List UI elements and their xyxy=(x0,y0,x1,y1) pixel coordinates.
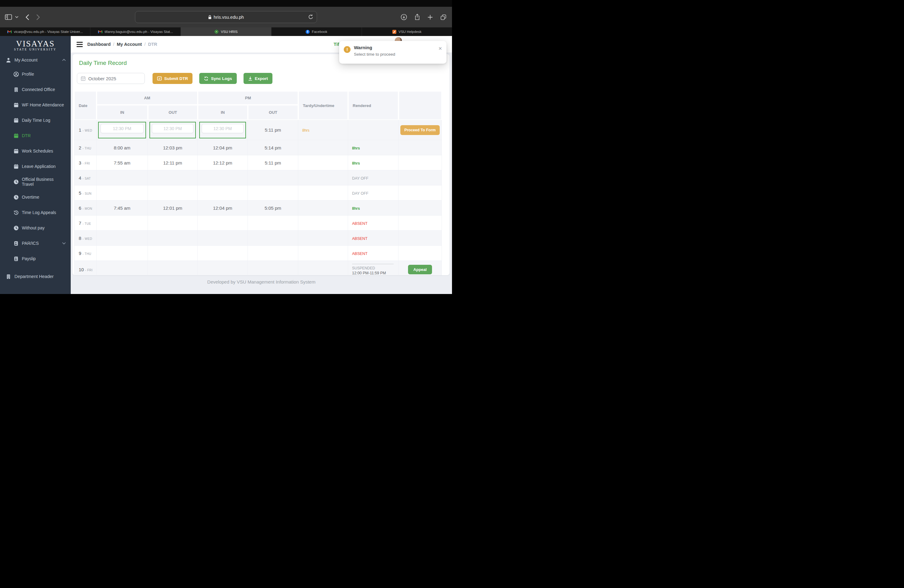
sidebar-item-official-business-travel[interactable]: Official Business Travel xyxy=(0,174,71,190)
rendered-cell xyxy=(348,120,398,140)
col-header-pm: PM xyxy=(198,91,298,105)
browser-window: hris.vsu.edu.ph xyxy=(0,0,452,294)
new-tab-icon[interactable] xyxy=(427,14,433,20)
tardy-cell xyxy=(298,171,348,185)
back-button-icon[interactable] xyxy=(25,14,29,20)
pm-out-cell: 5:14 pm xyxy=(248,140,298,155)
action-cell: Proceed To Form xyxy=(398,120,442,140)
sidebar-item-label: Official Business Travel xyxy=(22,177,66,187)
building-icon xyxy=(14,87,19,92)
sidebar-item-payslip[interactable]: Payslip xyxy=(0,251,71,266)
sidebar-item-dtr[interactable]: DTR xyxy=(0,128,71,143)
tab-label: Facebook xyxy=(312,30,327,33)
sidebar-item-without-pay[interactable]: Without pay xyxy=(0,220,71,236)
sidebar-dropdown-chevron-icon[interactable] xyxy=(15,16,19,18)
rendered-dayoff: DAY OFF xyxy=(352,191,368,196)
sidebar-item-work-schedules[interactable]: Work Schedules xyxy=(0,143,71,159)
tab-label: vicarp@vsu.edu.ph - Visayas State Univer… xyxy=(14,30,83,33)
sidebar-item-wf-home-attendance[interactable]: WF Home Attendance xyxy=(0,97,71,112)
am-out-cell xyxy=(148,246,198,261)
table-row-day-6: 6 - MON7:45 am12:01 pm12:04 pm5:05 pm8hr… xyxy=(74,201,442,216)
time-input-pm-in[interactable]: 12:30 PM xyxy=(202,124,243,133)
tardy-cell xyxy=(298,246,348,261)
main-area: Dashboard/My Account/DTR Tifann Daily Ti… xyxy=(71,36,452,294)
history-icon xyxy=(14,210,19,215)
col-header-pm-in: IN xyxy=(198,105,248,120)
reload-icon[interactable] xyxy=(308,14,313,20)
rendered-cell: SUSPENDED12:00 PM-11:59 PM xyxy=(348,261,398,275)
time-input-am-in[interactable]: 12:30 PM xyxy=(101,124,144,133)
export-button[interactable]: Export xyxy=(243,73,273,84)
rendered-hours: 8hrs xyxy=(352,146,360,150)
sidebar-item-label: Payslip xyxy=(22,256,36,261)
sidebar-item-profile[interactable]: Profile xyxy=(0,66,71,82)
rendered-absent: ABSENT xyxy=(352,221,367,226)
browser-tab-3[interactable]: VSU HRIS xyxy=(180,27,271,36)
action-cell: Appeal xyxy=(398,261,442,275)
submit-dtr-label: Submit DTR xyxy=(164,76,188,81)
pm-out-cell: 5:05 pm xyxy=(248,201,298,216)
browser-tab-5[interactable]: VSU Helpdesk xyxy=(362,27,452,36)
rendered-dayoff: DAY OFF xyxy=(352,176,368,180)
sidebar-item-time-log-appeals[interactable]: Time Log Appeals xyxy=(0,205,71,220)
breadcrumb-dashboard[interactable]: Dashboard xyxy=(87,42,111,47)
chevron-down-icon xyxy=(62,242,66,245)
time-edit-cell-am-in: 12:30 PM xyxy=(98,122,146,138)
proceed-to-form-button[interactable]: Proceed To Form xyxy=(400,125,440,135)
sidebar-item-par-ics[interactable]: PAR/ICS xyxy=(0,236,71,251)
breadcrumb-my-account[interactable]: My Account xyxy=(117,42,142,47)
pm-out-cell xyxy=(248,246,298,261)
sidebar-item-label: PAR/ICS xyxy=(22,241,39,246)
rendered-hours: 8hrs xyxy=(352,206,360,211)
sidebar-nav: My AccountProfileConnected OfficeWF Home… xyxy=(0,54,71,283)
share-icon[interactable] xyxy=(414,14,420,20)
sidebar-item-connected-office[interactable]: Connected Office xyxy=(0,82,71,97)
col-header-pm-out: OUT xyxy=(248,105,298,120)
pm-in-cell xyxy=(198,246,248,261)
pm-in-cell: 12:04 pm xyxy=(198,140,248,155)
sidebar-toggle-icon[interactable] xyxy=(5,14,12,20)
time-input-am-out[interactable]: 12:30 PM xyxy=(152,124,193,133)
breadcrumb-dtr: DTR xyxy=(148,42,157,47)
rendered-cell: ABSENT xyxy=(348,216,398,231)
browser-tab-1[interactable]: vicarp@vsu.edu.ph - Visayas State Univer… xyxy=(0,27,90,36)
warning-toast: ! Warning Select time to proceed ✕ xyxy=(339,41,446,64)
rendered-cell: 8hrs xyxy=(348,140,398,155)
forward-button-icon[interactable] xyxy=(36,14,40,20)
time-edit-cell-am-out: 12:30 PM xyxy=(149,122,196,138)
hamburger-menu-icon[interactable] xyxy=(77,42,83,47)
tab-label: VSU HRIS xyxy=(221,30,237,33)
idcard-icon xyxy=(14,256,19,261)
browser-tab-4[interactable]: fFacebook xyxy=(271,27,362,36)
sidebar-item-overtime[interactable]: Overtime xyxy=(0,190,71,205)
appeal-button[interactable]: Appeal xyxy=(408,265,432,274)
sidebar-item-label: My Account xyxy=(14,57,38,62)
browser-tab-2[interactable]: tifanny.baguio@vsu.edu.ph - Visayas Stat… xyxy=(90,27,180,36)
sidebar-section-my-account[interactable]: My Account xyxy=(0,54,71,66)
am-in-cell: 7:45 am xyxy=(96,201,148,216)
month-picker[interactable]: October 2025 xyxy=(77,73,145,84)
table-row-day-7: 7 - TUEABSENT xyxy=(74,216,442,231)
gmail-favicon-icon xyxy=(98,30,103,33)
tardy-cell xyxy=(298,231,348,246)
submit-check-icon xyxy=(157,76,162,81)
calendar-icon xyxy=(14,133,19,138)
date-cell: 6 - MON xyxy=(74,201,96,216)
sidebar-section-department-header[interactable]: Department Header xyxy=(0,270,71,283)
toast-close-icon[interactable]: ✕ xyxy=(438,46,442,51)
sync-logs-button[interactable]: Sync Logs xyxy=(199,73,237,84)
clock-icon xyxy=(14,225,19,231)
downloads-icon[interactable] xyxy=(401,14,407,20)
sidebar-item-leave-application[interactable]: Leave Application xyxy=(0,159,71,174)
tab-overview-icon[interactable] xyxy=(440,14,446,20)
am-in-cell xyxy=(96,171,148,185)
sidebar-item-daily-time-log[interactable]: Daily Time Log xyxy=(0,112,71,128)
tardy-cell: 8hrs xyxy=(298,120,348,140)
table-row-day-9: 9 - THUABSENT xyxy=(74,246,442,261)
am-out-cell xyxy=(148,171,198,185)
tab-bar: vicarp@vsu.edu.ph - Visayas State Univer… xyxy=(0,27,452,36)
submit-dtr-button[interactable]: Submit DTR xyxy=(153,73,193,84)
university-logo: VISAYAS STATE UNIVERSITY xyxy=(0,36,71,51)
address-bar[interactable]: hris.vsu.edu.ph xyxy=(135,11,317,23)
tardy-value: 8hrs xyxy=(302,128,309,133)
